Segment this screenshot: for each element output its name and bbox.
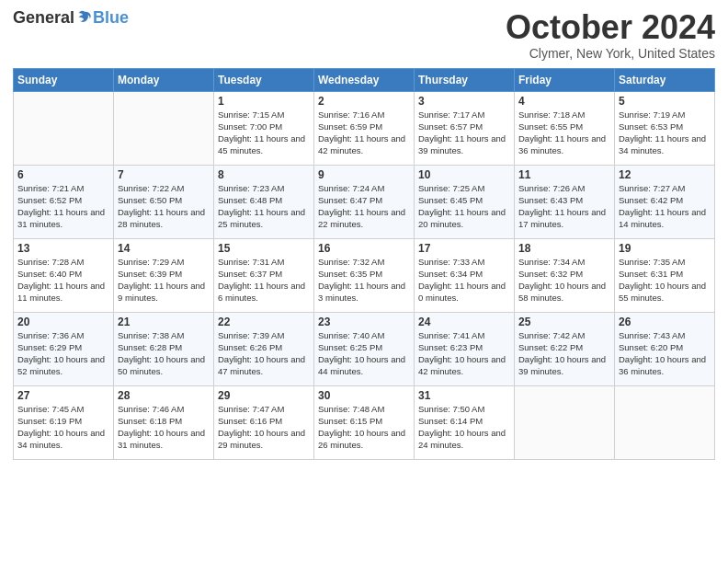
table-cell: 31Sunrise: 7:50 AM Sunset: 6:14 PM Dayli… bbox=[415, 385, 515, 459]
day-number: 7 bbox=[118, 168, 210, 181]
day-info: Sunrise: 7:47 AM Sunset: 6:16 PM Dayligh… bbox=[218, 403, 310, 452]
table-cell: 19Sunrise: 7:35 AM Sunset: 6:31 PM Dayli… bbox=[615, 238, 715, 312]
day-info: Sunrise: 7:19 AM Sunset: 6:53 PM Dayligh… bbox=[619, 109, 711, 157]
table-cell: 23Sunrise: 7:40 AM Sunset: 6:25 PM Dayli… bbox=[314, 312, 415, 385]
day-info: Sunrise: 7:50 AM Sunset: 6:14 PM Dayligh… bbox=[418, 403, 510, 452]
page-container: General Blue October 2024 Clymer, New Yo… bbox=[0, 0, 728, 467]
day-number: 8 bbox=[218, 168, 310, 181]
day-info: Sunrise: 7:23 AM Sunset: 6:48 PM Dayligh… bbox=[218, 182, 310, 231]
week-row-1: 1Sunrise: 7:15 AM Sunset: 7:00 PM Daylig… bbox=[14, 91, 715, 165]
calendar-table: Sunday Monday Tuesday Wednesday Thursday… bbox=[13, 68, 715, 460]
table-cell: 17Sunrise: 7:33 AM Sunset: 6:34 PM Dayli… bbox=[415, 238, 515, 312]
table-cell bbox=[615, 385, 715, 459]
day-number: 23 bbox=[318, 316, 410, 328]
table-cell: 11Sunrise: 7:26 AM Sunset: 6:43 PM Dayli… bbox=[515, 165, 615, 238]
table-cell: 12Sunrise: 7:27 AM Sunset: 6:42 PM Dayli… bbox=[615, 165, 715, 238]
table-cell: 26Sunrise: 7:43 AM Sunset: 6:20 PM Dayli… bbox=[615, 312, 715, 385]
day-info: Sunrise: 7:16 AM Sunset: 6:59 PM Dayligh… bbox=[318, 109, 410, 157]
logo: General Blue bbox=[13, 9, 129, 26]
day-number: 16 bbox=[318, 242, 410, 255]
header-wednesday: Wednesday bbox=[314, 68, 415, 91]
day-number: 14 bbox=[118, 242, 210, 255]
day-info: Sunrise: 7:29 AM Sunset: 6:39 PM Dayligh… bbox=[118, 256, 210, 304]
day-info: Sunrise: 7:26 AM Sunset: 6:43 PM Dayligh… bbox=[518, 182, 610, 231]
day-number: 9 bbox=[318, 168, 410, 181]
day-number: 3 bbox=[418, 95, 510, 108]
table-cell: 14Sunrise: 7:29 AM Sunset: 6:39 PM Dayli… bbox=[114, 238, 214, 312]
header-thursday: Thursday bbox=[415, 68, 515, 91]
day-number: 11 bbox=[518, 168, 610, 181]
day-number: 12 bbox=[619, 168, 711, 181]
table-cell: 29Sunrise: 7:47 AM Sunset: 6:16 PM Dayli… bbox=[214, 385, 314, 459]
header: General Blue October 2024 Clymer, New Yo… bbox=[13, 9, 715, 61]
day-number: 18 bbox=[518, 242, 610, 255]
day-info: Sunrise: 7:38 AM Sunset: 6:28 PM Dayligh… bbox=[118, 329, 210, 378]
logo-bird-icon bbox=[76, 9, 93, 26]
table-cell: 7Sunrise: 7:22 AM Sunset: 6:50 PM Daylig… bbox=[114, 165, 214, 238]
day-number: 15 bbox=[218, 242, 310, 255]
day-info: Sunrise: 7:25 AM Sunset: 6:45 PM Dayligh… bbox=[418, 182, 510, 231]
header-sunday: Sunday bbox=[14, 68, 114, 91]
week-row-3: 13Sunrise: 7:28 AM Sunset: 6:40 PM Dayli… bbox=[14, 238, 715, 312]
day-number: 4 bbox=[518, 95, 610, 108]
header-friday: Friday bbox=[515, 68, 615, 91]
day-number: 1 bbox=[218, 95, 310, 108]
title-month: October 2024 bbox=[506, 9, 715, 46]
week-row-5: 27Sunrise: 7:45 AM Sunset: 6:19 PM Dayli… bbox=[14, 385, 715, 459]
day-info: Sunrise: 7:24 AM Sunset: 6:47 PM Dayligh… bbox=[318, 182, 410, 231]
table-cell bbox=[114, 91, 214, 165]
table-cell: 2Sunrise: 7:16 AM Sunset: 6:59 PM Daylig… bbox=[314, 91, 415, 165]
day-info: Sunrise: 7:33 AM Sunset: 6:34 PM Dayligh… bbox=[418, 256, 510, 304]
day-info: Sunrise: 7:27 AM Sunset: 6:42 PM Dayligh… bbox=[619, 182, 711, 231]
day-number: 2 bbox=[318, 95, 410, 108]
day-number: 13 bbox=[17, 242, 109, 255]
table-cell: 22Sunrise: 7:39 AM Sunset: 6:26 PM Dayli… bbox=[214, 312, 314, 385]
table-cell: 5Sunrise: 7:19 AM Sunset: 6:53 PM Daylig… bbox=[615, 91, 715, 165]
header-saturday: Saturday bbox=[615, 68, 715, 91]
table-cell: 15Sunrise: 7:31 AM Sunset: 6:37 PM Dayli… bbox=[214, 238, 314, 312]
day-info: Sunrise: 7:43 AM Sunset: 6:20 PM Dayligh… bbox=[619, 329, 711, 378]
table-cell: 3Sunrise: 7:17 AM Sunset: 6:57 PM Daylig… bbox=[415, 91, 515, 165]
header-tuesday: Tuesday bbox=[214, 68, 314, 91]
table-cell: 10Sunrise: 7:25 AM Sunset: 6:45 PM Dayli… bbox=[415, 165, 515, 238]
table-cell: 9Sunrise: 7:24 AM Sunset: 6:47 PM Daylig… bbox=[314, 165, 415, 238]
table-cell bbox=[14, 91, 114, 165]
week-row-4: 20Sunrise: 7:36 AM Sunset: 6:29 PM Dayli… bbox=[14, 312, 715, 385]
day-number: 22 bbox=[218, 316, 310, 328]
day-number: 28 bbox=[118, 389, 210, 402]
day-info: Sunrise: 7:34 AM Sunset: 6:32 PM Dayligh… bbox=[518, 256, 610, 304]
day-info: Sunrise: 7:28 AM Sunset: 6:40 PM Dayligh… bbox=[17, 256, 109, 304]
weekday-header-row: Sunday Monday Tuesday Wednesday Thursday… bbox=[14, 68, 715, 91]
day-info: Sunrise: 7:42 AM Sunset: 6:22 PM Dayligh… bbox=[518, 329, 610, 378]
day-number: 17 bbox=[418, 242, 510, 255]
table-cell: 24Sunrise: 7:41 AM Sunset: 6:23 PM Dayli… bbox=[415, 312, 515, 385]
day-number: 30 bbox=[318, 389, 410, 402]
day-info: Sunrise: 7:21 AM Sunset: 6:52 PM Dayligh… bbox=[17, 182, 109, 231]
title-block: October 2024 Clymer, New York, United St… bbox=[506, 9, 715, 61]
day-info: Sunrise: 7:17 AM Sunset: 6:57 PM Dayligh… bbox=[418, 109, 510, 157]
day-number: 25 bbox=[518, 316, 610, 328]
table-cell: 16Sunrise: 7:32 AM Sunset: 6:35 PM Dayli… bbox=[314, 238, 415, 312]
day-info: Sunrise: 7:18 AM Sunset: 6:55 PM Dayligh… bbox=[518, 109, 610, 157]
day-info: Sunrise: 7:15 AM Sunset: 7:00 PM Dayligh… bbox=[218, 109, 310, 157]
day-number: 19 bbox=[619, 242, 711, 255]
day-info: Sunrise: 7:41 AM Sunset: 6:23 PM Dayligh… bbox=[418, 329, 510, 378]
table-cell: 27Sunrise: 7:45 AM Sunset: 6:19 PM Dayli… bbox=[14, 385, 114, 459]
day-info: Sunrise: 7:39 AM Sunset: 6:26 PM Dayligh… bbox=[218, 329, 310, 378]
day-number: 27 bbox=[17, 389, 109, 402]
table-cell: 4Sunrise: 7:18 AM Sunset: 6:55 PM Daylig… bbox=[515, 91, 615, 165]
day-info: Sunrise: 7:32 AM Sunset: 6:35 PM Dayligh… bbox=[318, 256, 410, 304]
day-number: 5 bbox=[619, 95, 711, 108]
day-info: Sunrise: 7:22 AM Sunset: 6:50 PM Dayligh… bbox=[118, 182, 210, 231]
table-cell: 6Sunrise: 7:21 AM Sunset: 6:52 PM Daylig… bbox=[14, 165, 114, 238]
day-number: 29 bbox=[218, 389, 310, 402]
logo-general: General bbox=[13, 9, 74, 26]
logo-text: General Blue bbox=[13, 9, 129, 26]
table-cell: 28Sunrise: 7:46 AM Sunset: 6:18 PM Dayli… bbox=[114, 385, 214, 459]
table-cell: 18Sunrise: 7:34 AM Sunset: 6:32 PM Dayli… bbox=[515, 238, 615, 312]
day-number: 10 bbox=[418, 168, 510, 181]
header-monday: Monday bbox=[114, 68, 214, 91]
day-info: Sunrise: 7:35 AM Sunset: 6:31 PM Dayligh… bbox=[619, 256, 711, 304]
day-number: 20 bbox=[17, 316, 109, 328]
day-number: 6 bbox=[17, 168, 109, 181]
